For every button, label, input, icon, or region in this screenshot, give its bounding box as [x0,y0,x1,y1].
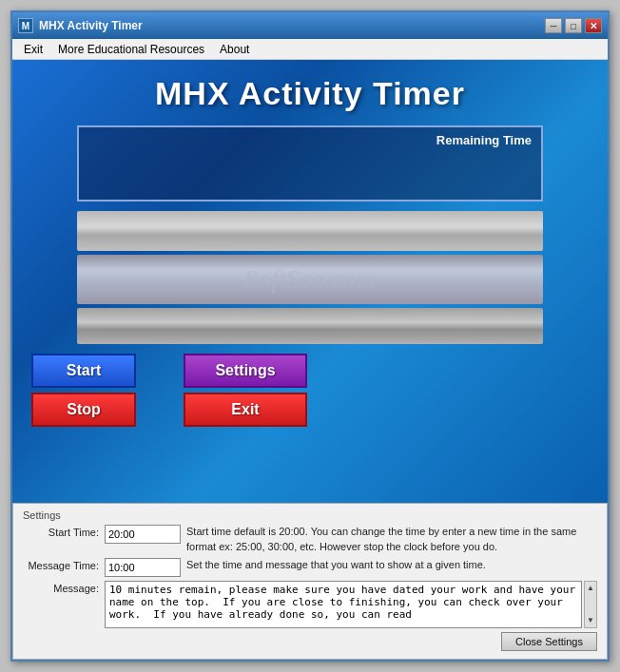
start-button[interactable]: Start [31,354,136,388]
app-title: MHX Activity Timer [155,75,465,112]
remaining-time-box: Remaining Time [77,125,543,202]
scroll-down-icon[interactable]: ▼ [587,614,594,627]
message-time-label: Message Time: [23,558,99,571]
left-buttons: Start Stop [31,354,136,427]
minimize-button[interactable]: ─ [545,18,562,33]
close-button[interactable]: ✕ [585,18,602,33]
progress-bar-top [77,211,543,251]
message-label: Message: [23,581,99,594]
stop-button[interactable]: Stop [31,393,136,427]
message-time-desc: Set the time and message that you want t… [186,558,597,572]
message-textarea[interactable] [105,581,582,628]
settings-section-title: Settings [23,509,597,521]
start-time-input[interactable] [105,525,181,544]
menu-exit[interactable]: Exit [16,42,50,57]
message-time-row: Message Time: Set the time and message t… [23,558,597,577]
progress-bars: SoftSea.com [77,211,543,344]
message-time-input[interactable] [105,558,181,577]
exit-button[interactable]: Exit [184,393,307,427]
menu-more-resources[interactable]: More Educational Resources [50,42,212,57]
start-time-desc: Start time default is 20:00. You can cha… [186,525,597,554]
progress-bar-bottom [77,308,543,344]
main-window: M MHX Activity Timer ─ □ ✕ Exit More Edu… [10,10,610,662]
progress-bar-middle: SoftSea.com [77,255,543,304]
message-textarea-wrap: ▲ ▼ [105,581,597,628]
watermark: SoftSea.com [244,264,376,295]
main-content: MHX Activity Timer Remaining Time SoftSe… [12,60,608,503]
buttons-row: Start Stop Settings Exit [31,354,589,427]
scroll-up-icon[interactable]: ▲ [587,582,594,595]
menubar: Exit More Educational Resources About [12,39,608,60]
maximize-button[interactable]: □ [565,18,582,33]
title-bar-buttons: ─ □ ✕ [545,18,602,33]
close-settings-button[interactable]: Close Settings [501,632,597,651]
right-buttons: Settings Exit [184,354,307,427]
title-bar: M MHX Activity Timer ─ □ ✕ [12,12,608,39]
settings-panel: Settings Start Time: Start time default … [12,503,608,660]
title-bar-text: MHX Activity Timer [39,19,545,32]
message-scrollbar[interactable]: ▲ ▼ [584,581,597,628]
start-time-label: Start Time: [23,525,99,538]
message-row: Message: ▲ ▼ [23,581,597,628]
remaining-time-label: Remaining Time [436,133,532,147]
start-time-row: Start Time: Start time default is 20:00.… [23,525,597,554]
menu-about[interactable]: About [212,42,257,57]
settings-button[interactable]: Settings [184,354,307,388]
close-settings-row: Close Settings [23,632,597,651]
app-icon: M [18,18,33,33]
